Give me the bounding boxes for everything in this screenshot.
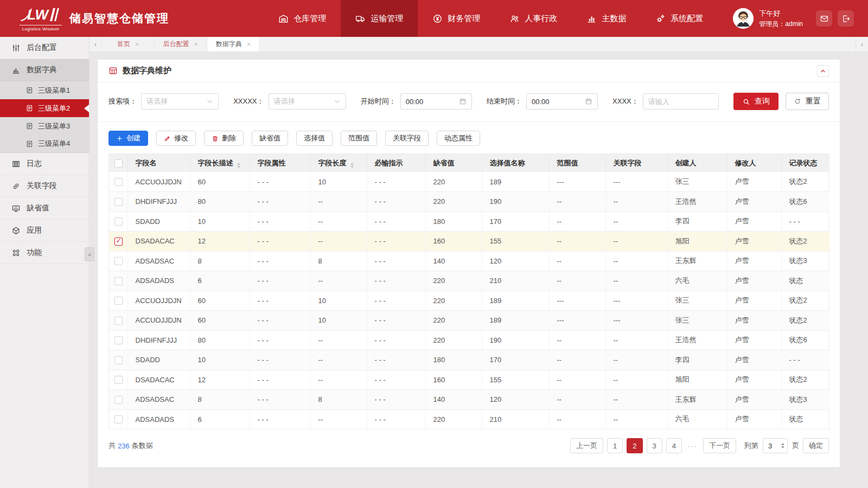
total-number[interactable]: 236: [118, 442, 130, 450]
page-button-4[interactable]: 4: [666, 438, 682, 453]
sort-icon[interactable]: [350, 163, 354, 168]
tabs-scroll-right-icon[interactable]: ›: [856, 37, 868, 52]
tab-data-dictionary[interactable]: 数据字典×: [207, 37, 260, 52]
page-jump-spinner[interactable]: [781, 439, 784, 453]
cell-field-length: --: [310, 211, 367, 232]
sidebar-item-submenu-3[interactable]: 三级菜单3: [0, 117, 89, 135]
top-nav: 仓库管理运输管理财务管理人事行政主数据系统配置: [264, 0, 718, 37]
page-jump-input[interactable]: [763, 438, 788, 453]
next-page-button[interactable]: 下一页: [703, 438, 736, 453]
cell-modifier: 卢雪: [727, 311, 781, 331]
nav-item-master-data[interactable]: 主数据: [572, 0, 641, 37]
panel-collapse-button[interactable]: [817, 65, 829, 77]
row-checkbox[interactable]: [114, 356, 123, 364]
tab-home[interactable]: 首页×: [102, 37, 155, 52]
related-field-button[interactable]: 关联字段: [385, 131, 429, 146]
table-row[interactable]: SDADD10- - ---- - -180170----李四卢雪- - -: [109, 350, 829, 370]
sidebar-item-applications[interactable]: 应用: [0, 220, 89, 242]
row-checkbox[interactable]: [114, 336, 123, 344]
xxxx-input[interactable]: [643, 93, 719, 110]
row-checkbox[interactable]: [114, 198, 123, 206]
sidebar-collapse-handle[interactable]: «: [85, 247, 94, 261]
create-button[interactable]: 创建: [108, 131, 148, 146]
table-row[interactable]: DHDIFNFJJJ80- - ---- - -220190----王浩然卢雪状…: [109, 192, 829, 212]
end-time-input[interactable]: [526, 93, 598, 110]
nav-item-warehouse-mgmt[interactable]: 仓库管理: [264, 0, 341, 37]
row-checkbox[interactable]: [114, 317, 123, 325]
user-info: 下午好 管理员：admin: [759, 8, 803, 29]
table-row[interactable]: ADSADSAC8- - -8- - -140120----王东辉卢雪状态3: [109, 390, 829, 410]
tab-backend-config[interactable]: 后台配置×: [155, 37, 207, 52]
sidebar-item-logs[interactable]: 日志: [0, 153, 89, 175]
row-checkbox[interactable]: [114, 217, 123, 226]
tab-close-icon[interactable]: ×: [135, 41, 139, 48]
search-item-select[interactable]: 请选择: [141, 93, 219, 110]
start-time-input[interactable]: [400, 93, 472, 110]
page-button-3[interactable]: 3: [647, 438, 662, 453]
cell-range-value: ---: [549, 172, 605, 192]
row-checkbox[interactable]: [114, 237, 123, 246]
sidebar-item-submenu-1[interactable]: 三级菜单1: [0, 81, 89, 99]
query-button[interactable]: 查询: [733, 93, 778, 110]
row-checkbox[interactable]: [114, 415, 123, 423]
brand[interactable]: LW Logistics Wisdom 储易智慧仓储管理: [0, 0, 169, 37]
select-value-button[interactable]: 选择值: [296, 131, 333, 146]
table-row[interactable]: ADSADADS6- - ---- - -220210----六毛卢雪状态: [109, 271, 829, 291]
table-row[interactable]: ADSADSAC8- - -8- - -140120----王东辉卢雪状态3: [109, 251, 829, 271]
dynamic-attr-button[interactable]: 动态属性: [437, 131, 480, 146]
tab-close-icon[interactable]: ×: [194, 41, 199, 48]
xxxx-input-field[interactable]: [648, 98, 713, 106]
nav-item-finance-mgmt[interactable]: 财务管理: [418, 0, 495, 37]
tab-close-icon[interactable]: ×: [247, 41, 251, 48]
sidebar-item-backend-config[interactable]: 后台配置: [0, 37, 89, 59]
xxxxx-select[interactable]: 请选择: [269, 93, 346, 110]
avatar[interactable]: [733, 8, 754, 29]
cell-select-value-name: 120: [482, 390, 549, 410]
default-value-button[interactable]: 缺省值: [252, 131, 288, 146]
table-row[interactable]: DSADACAC12- - ---- - -160155----旭阳卢雪状态2: [109, 370, 829, 390]
row-checkbox[interactable]: [114, 396, 123, 404]
row-checkbox[interactable]: [114, 257, 123, 265]
table-row[interactable]: DHDIFNFJJJ80- - ---- - -220190----王浩然卢雪状…: [109, 330, 829, 350]
logout-button[interactable]: [838, 10, 854, 27]
reset-button[interactable]: 重置: [786, 93, 829, 110]
row-checkbox[interactable]: [114, 277, 123, 285]
edit-button[interactable]: 修改: [156, 131, 196, 146]
sidebar-item-default-values[interactable]: 缺省值: [0, 197, 89, 220]
row-checkbox[interactable]: [114, 376, 123, 384]
sidebar-item-related-fields[interactable]: 关联字段: [0, 175, 89, 197]
table-row[interactable]: ADSADADS6- - ---- - -220210----六毛卢雪状态: [109, 409, 829, 429]
pages-ellipsis[interactable]: ···: [686, 442, 699, 450]
select-all-checkbox[interactable]: [114, 159, 123, 168]
column-header-field-length[interactable]: 字段长度: [310, 154, 367, 172]
tabs-scroll-left-icon[interactable]: ‹: [90, 37, 102, 52]
confirm-page-button[interactable]: 确定: [803, 438, 829, 453]
mail-button[interactable]: [816, 10, 832, 27]
end-time-value[interactable]: [532, 98, 585, 106]
page-jump-value[interactable]: [768, 442, 778, 450]
prev-page-button[interactable]: 上一页: [570, 438, 603, 453]
sidebar-item-functions[interactable]: 功能: [0, 242, 89, 264]
table-row[interactable]: ACCUOJJDJN60- - -10- - -220189------张三卢雪…: [109, 291, 829, 311]
column-header-field-desc-length[interactable]: 字段长描述: [190, 154, 250, 172]
row-checkbox[interactable]: [114, 178, 123, 186]
range-value-button[interactable]: 范围值: [341, 131, 377, 146]
sidebar-item-submenu-2[interactable]: 三级菜单2: [0, 99, 89, 117]
nav-item-system-config[interactable]: 系统配置: [641, 0, 718, 37]
table-row[interactable]: DSADACAC12- - ---- - -160155----旭阳卢雪状态2: [109, 232, 829, 252]
start-time-value[interactable]: [406, 98, 459, 106]
page-button-2[interactable]: 2: [627, 438, 642, 453]
nav-item-hr-admin[interactable]: 人事行政: [495, 0, 572, 37]
sidebar-item-submenu-4[interactable]: 三级菜单4: [0, 135, 89, 153]
table-row[interactable]: ACCUOJJDJN60- - -10- - -220189------张三卢雪…: [109, 311, 829, 331]
nav-item-transport-mgmt[interactable]: 运输管理: [341, 0, 418, 37]
row-checkbox[interactable]: [114, 297, 123, 305]
sidebar-item-data-dictionary[interactable]: 数据字典: [0, 59, 89, 81]
svg-text:LW: LW: [27, 7, 49, 23]
page-button-1[interactable]: 1: [607, 438, 623, 453]
table-row[interactable]: ACCUOJJDJN60- - -10- - -220189------张三卢雪…: [109, 172, 829, 192]
table-row[interactable]: SDADD10- - ---- - -180170----李四卢雪- - -: [109, 211, 829, 232]
delete-button[interactable]: 删除: [204, 131, 244, 146]
sort-icon[interactable]: [237, 163, 240, 168]
column-header-field-name: 字段名: [127, 154, 190, 172]
